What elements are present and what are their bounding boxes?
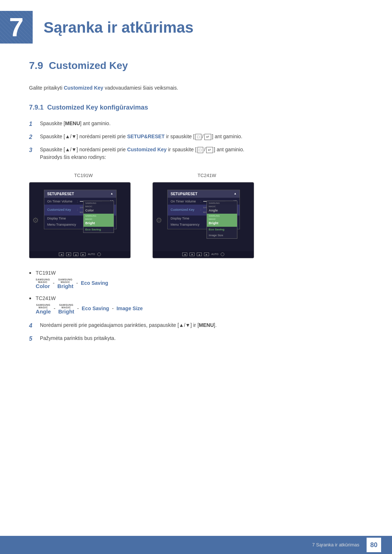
steps-list: 1 Spauskite [MENU] ant gaminio. 2 Spausk… — [29, 120, 363, 161]
magic-color-wrap: SAMSUNG MAGIC Color — [36, 278, 50, 289]
eco-saving-tc241w: Eco Saving — [82, 305, 109, 311]
menu-title-tc241w: SETUP&RESET — [171, 191, 197, 197]
chapter-title-block: Sąranka ir atkūrimas — [40, 11, 193, 44]
step-3: 3 Spauskite [▲/▼] norėdami pereiti prie … — [29, 146, 363, 161]
section-heading-block: 7.9 Customized Key — [29, 58, 363, 73]
step-2: 2 Spauskite [▲/▼] norėdami pereiti prie … — [29, 133, 363, 141]
screen-label-tc241w: TC241W — [152, 172, 261, 179]
dropdown-tc191w: SAMSUNGMAGIC Color SAMSUNGMAGIC Bright E… — [83, 201, 114, 233]
bracket-icon-3: □ — [197, 147, 204, 153]
step-4-key: MENU — [199, 322, 214, 328]
chapter-number: 7 — [9, 14, 24, 40]
bracket-icon-2: ↵ — [204, 134, 211, 140]
bottom-icon-tc241w-1: ◄ — [182, 253, 187, 256]
monitor-inner-tc241w: ⚙ SETUP&RESET ▲ On Timer Volume : — [153, 182, 254, 258]
model-content-tc241w: TC241W SAMSUNG MAGIC Angle - SAMSUNG MAG… — [36, 295, 363, 314]
footer-page-number: 80 — [367, 538, 381, 552]
dropdown-item-ecosaving-tc241w: Eco Saving — [207, 227, 237, 233]
step-2-content: Spauskite [▲/▼] norėdami pereiti prie SE… — [40, 133, 363, 140]
screen-column-tc191w: TC191W ⚙ SETUP&RESET ▲ On Timer Volume — [29, 172, 138, 258]
step-3-number: 3 — [29, 146, 40, 155]
step-1: 1 Spauskite [MENU] ant gaminio. — [29, 120, 363, 128]
screen-displays: TC191W ⚙ SETUP&RESET ▲ On Timer Volume — [29, 172, 363, 258]
model-name-tc191w: TC191W — [36, 269, 363, 277]
step-2-number: 2 — [29, 133, 40, 141]
bottom-icon-4: ► — [81, 253, 86, 256]
bracket-icon-4: ↵ — [206, 147, 213, 153]
magic-angle-wrap: SAMSUNG MAGIC Angle — [36, 304, 51, 314]
intro-paragraph: Galite pritaikyti Customized Key vadovau… — [29, 84, 363, 92]
menu-header-tc191w: SETUP&RESET ▲ — [44, 190, 116, 198]
menu-title-tc191w: SETUP&RESET — [47, 191, 74, 197]
monitor-tc241w: ⚙ SETUP&RESET ▲ On Timer Volume : — [152, 182, 254, 258]
bottom-icon-3: ▲ — [73, 253, 78, 256]
dropdown-tc241w: SAMSUNGMAGIC Angle SAMSUNGMAGIC Bright E… — [207, 201, 237, 239]
page-footer: 7 Sąranka ir atkūrimas 80 — [0, 536, 392, 554]
subsection-heading: 7.9.1 Customized Key konfigūravimas — [29, 103, 363, 112]
bullet-dot-tc191w: • — [29, 268, 31, 278]
step-3-content: Spauskite [▲/▼] norėdami pereiti prie Cu… — [40, 146, 363, 161]
page-header: 7 Sąranka ir atkūrimas — [0, 0, 392, 44]
chapter-title: Sąranka ir atkūrimas — [44, 16, 193, 39]
step-1-number: 1 — [29, 120, 40, 128]
step-4-number: 4 — [29, 321, 40, 330]
menu-arrow-tc241w: ▲ — [234, 192, 237, 196]
dropdown-item-angle-tc241w: SAMSUNGMAGIC Angle — [207, 201, 237, 214]
model-item-tc241w: • TC241W SAMSUNG MAGIC Angle - SAMSUNG M… — [29, 295, 363, 314]
step-4-content: Norėdami pereiti prie pageidaujamos pari… — [40, 321, 363, 329]
model-name-tc241w: TC241W — [36, 295, 363, 302]
bottom-icon-2: ▼ — [66, 253, 71, 256]
bottom-power-tc191w — [97, 253, 101, 256]
step-3-subtext: Pasirodys šis ekrano rodinys: — [40, 154, 106, 160]
model-list: • TC191W SAMSUNG MAGIC Color - SAMSUNG M… — [29, 269, 363, 314]
model-options-tc191w: SAMSUNG MAGIC Color - SAMSUNG MAGIC Brig… — [36, 280, 108, 286]
section-heading: 7.9 Customized Key — [29, 58, 363, 73]
menu-arrow-tc191w: ▲ — [110, 192, 113, 196]
menu-header-tc241w: SETUP&RESET ▲ — [168, 190, 240, 198]
monitor-inner-tc191w: ⚙ SETUP&RESET ▲ On Timer Volume : — [29, 182, 130, 258]
steps-list-bottom: 4 Norėdami pereiti prie pageidaujamos pa… — [29, 321, 363, 343]
monitor-bottom-tc241w: ◄ ▼ ▲ ► AUTO — [153, 251, 254, 258]
magic-bright-wrap-tc241w: SAMSUNG MAGIC Bright — [58, 304, 74, 314]
bottom-power-tc241w — [221, 253, 224, 256]
dropdown-item-imagesize-tc241w: Image Size — [207, 233, 237, 238]
model-options-tc241w: SAMSUNG MAGIC Angle - SAMSUNG MAGIC Brig… — [36, 305, 143, 311]
model-item-tc191w: • TC191W SAMSUNG MAGIC Color - SAMSUNG M… — [29, 269, 363, 289]
bullet-dot-tc241w: • — [29, 294, 31, 304]
step-3-highlight: Customized Key — [127, 147, 167, 152]
step-5-number: 5 — [29, 335, 40, 343]
step-4: 4 Norėdami pereiti prie pageidaujamos pa… — [29, 321, 363, 330]
gear-icon-tc241w: ⚙ — [156, 215, 162, 226]
step-1-key: MENU — [65, 120, 80, 126]
magic-bright-wrap-tc191w: SAMSUNG MAGIC Bright — [57, 278, 73, 289]
screen-label-tc191w: TC191W — [29, 172, 138, 179]
chapter-number-block: 7 — [0, 11, 33, 44]
gear-icon-tc191w: ⚙ — [32, 215, 39, 226]
bottom-icon-tc241w-2: ▼ — [189, 253, 195, 256]
bottom-icon-tc241w-3: ▲ — [197, 253, 202, 256]
footer-text: 7 Sąranka ir atkūrimas — [312, 541, 359, 549]
monitor-bottom-tc191w: ◄ ▼ ▲ ► AUTO — [29, 251, 130, 258]
screen-column-tc241w: TC241W ⚙ SETUP&RESET ▲ On Timer Volume — [152, 172, 261, 258]
step-1-content: Spauskite [MENU] ant gaminio. — [40, 120, 363, 127]
bottom-icon-tc241w-4: ► — [204, 253, 209, 256]
dropdown-item-color-tc191w: SAMSUNGMAGIC Color — [83, 201, 114, 214]
content-area: 7.9 Customized Key Galite pritaikyti Cus… — [0, 58, 392, 343]
step-5-content: Pažymėta parinktis bus pritaikyta. — [40, 335, 363, 342]
bracket-icon-1: □ — [195, 134, 201, 140]
monitor-tc191w: ⚙ SETUP&RESET ▲ On Timer Volume : — [29, 182, 131, 258]
bottom-icon-1: ◄ — [59, 253, 64, 256]
image-size-tc241w: Image Size — [117, 305, 143, 311]
step-5: 5 Pažymėta parinktis bus pritaikyta. — [29, 335, 363, 343]
model-content-tc191w: TC191W SAMSUNG MAGIC Color - SAMSUNG MAG… — [36, 269, 363, 289]
dropdown-item-bright-tc241w: SAMSUNGMAGIC Bright — [207, 214, 237, 227]
eco-saving-tc191w: Eco Saving — [81, 280, 108, 286]
dropdown-item-bright-tc191w: SAMSUNGMAGIC Bright — [83, 214, 114, 227]
bottom-auto-tc191w: AUTO — [88, 253, 95, 257]
bottom-auto-tc241w: AUTO — [211, 253, 218, 257]
step-2-highlight: SETUP&RESET — [127, 134, 164, 139]
intro-highlight: Customized Key — [64, 85, 103, 91]
dropdown-item-ecosaving-tc191w: Eco Saving — [83, 227, 114, 233]
